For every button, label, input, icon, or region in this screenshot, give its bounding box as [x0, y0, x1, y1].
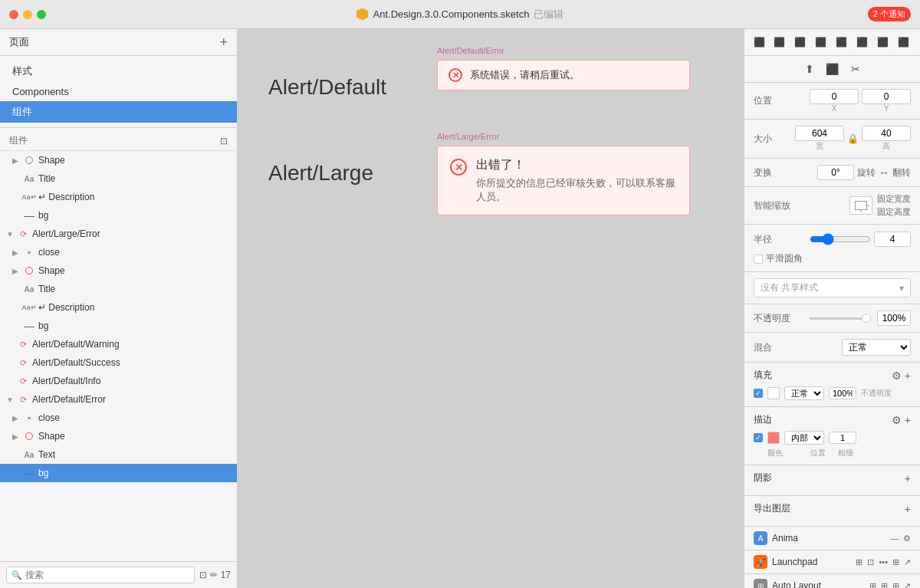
auto-layout-btn3[interactable]: ⊞: [892, 581, 899, 589]
stroke-color-swatch[interactable]: [767, 432, 780, 444]
radius-label: 半径: [754, 233, 772, 246]
auto-layout-btn1[interactable]: ⊞: [869, 581, 876, 589]
auto-layout-btn4[interactable]: ↗: [904, 581, 911, 589]
align-bottom-icon[interactable]: ⬛: [853, 34, 870, 51]
rotation-input[interactable]: [817, 165, 854, 180]
tree-item-text3[interactable]: ▶ Aa Text: [0, 445, 237, 464]
smart-scale-section: 智能缩放 固定宽度 固定高度: [744, 187, 920, 225]
stroke-position-select[interactable]: 内部 外部 居中: [784, 431, 824, 445]
transform-label: 变换: [754, 166, 772, 179]
distribute-h-icon[interactable]: ⬛: [874, 34, 891, 51]
tree-item-bg3[interactable]: ▶ — bg: [0, 464, 237, 482]
tree-item-alert-default-warning[interactable]: ▶ ⟳ Alert/Default/Warning: [0, 335, 237, 353]
sidebar-bottom-actions: ⊡ ✏ 17: [199, 570, 231, 580]
shadow-title-row: 阴影 +: [754, 471, 911, 485]
launchpad-btn5[interactable]: ↗: [904, 557, 911, 567]
h-label: 高: [882, 141, 890, 152]
size-w-input[interactable]: [795, 126, 844, 141]
search-input[interactable]: [25, 570, 189, 580]
plugin-anima[interactable]: A Anima — ⚙: [744, 527, 920, 550]
plugin-anima-left: A Anima: [754, 531, 798, 545]
tree-item-bg2[interactable]: ▶ — bg: [0, 317, 237, 335]
stroke-add-icon[interactable]: +: [905, 415, 911, 425]
align-right-icon[interactable]: ⬛: [792, 34, 809, 51]
opacity-label: 不透明度: [754, 312, 790, 325]
lock-icon[interactable]: 🔒: [847, 133, 859, 144]
tree-item-close1[interactable]: ▶ ▪ close: [0, 243, 237, 261]
opacity-slider[interactable]: [810, 317, 871, 320]
tree-item-close2[interactable]: ▶ ▪ close: [0, 409, 237, 427]
alert-default-text: 系统错误，请稍后重试。: [470, 68, 580, 82]
flip-icon[interactable]: ↔: [879, 166, 889, 179]
position-y-input[interactable]: [862, 89, 911, 104]
tree-item-alert-large-error[interactable]: ▼ ⟳ Alert/Large/Error: [0, 225, 237, 243]
launchpad-icon: 🚀: [754, 555, 767, 569]
launchpad-btn4[interactable]: ⊞: [892, 557, 899, 567]
align-top-icon[interactable]: ⬛: [813, 34, 830, 51]
size-h-input[interactable]: [862, 126, 911, 141]
radius-slider[interactable]: [810, 231, 871, 248]
distribute-v-icon[interactable]: ⬛: [895, 34, 912, 51]
close-button[interactable]: [9, 10, 18, 19]
stroke-checkbox[interactable]: ✓: [754, 433, 763, 442]
align-center-icon[interactable]: ⬛: [771, 34, 788, 51]
tree-item-title1[interactable]: ▶ Aa Title: [0, 169, 237, 188]
fill-color-swatch[interactable]: [767, 387, 780, 399]
tree-item-title2[interactable]: ▶ Aa Title: [0, 280, 237, 298]
radius-value-input[interactable]: [874, 232, 911, 247]
stroke-pos-label: 位置: [810, 448, 826, 458]
align-left-icon[interactable]: ⬛: [751, 34, 767, 51]
position-x-input[interactable]: [810, 89, 859, 104]
notification-badge[interactable]: 2 个通知: [868, 7, 911, 21]
page-item-zujian[interactable]: 组件: [0, 101, 237, 123]
fill-checkbox[interactable]: ✓: [754, 389, 763, 398]
alert-large-title: 出错了！: [476, 157, 677, 173]
anima-settings-btn[interactable]: ⚙: [903, 534, 911, 544]
minimize-button[interactable]: [23, 10, 32, 19]
launchpad-btn2[interactable]: ⊡: [867, 557, 874, 567]
page-item-components[interactable]: Components: [0, 82, 237, 101]
fill-add-icon[interactable]: +: [905, 370, 911, 381]
right-panel-toolbar: ⬛ ⬛ ⬛ ⬛ ⬛ ⬛ ⬛ ⬛: [744, 29, 920, 56]
launchpad-btn3[interactable]: •••: [879, 557, 888, 567]
bg-dash-icon: —: [23, 209, 35, 222]
fill-opacity-input[interactable]: [829, 387, 856, 399]
fill-blend-select[interactable]: 正常: [784, 386, 824, 400]
stroke-width-input[interactable]: [829, 432, 856, 444]
tree-item-alert-default-error[interactable]: ▼ ⟳ Alert/Default/Error: [0, 390, 237, 409]
edit-pencil-icon[interactable]: ✏: [210, 570, 218, 580]
plugin-auto-layout[interactable]: ⊞ Auto Layout ⊞ ⊞ ⊞ ↗: [744, 574, 920, 588]
export-layer-add-icon[interactable]: +: [905, 504, 911, 514]
tree-item-shape-top[interactable]: ▶ Shape: [0, 151, 237, 169]
auto-layout-btn2[interactable]: ⊞: [881, 581, 888, 589]
tree-item-alert-default-success[interactable]: ▶ ⟳ Alert/Default/Success: [0, 353, 237, 372]
stroke-settings-icon[interactable]: ⚙: [892, 415, 902, 425]
maximize-button[interactable]: [37, 10, 46, 19]
shadow-add-icon[interactable]: +: [905, 473, 911, 484]
page-item-style[interactable]: 样式: [0, 61, 237, 82]
tree-item-bg1[interactable]: ▶ — bg: [0, 206, 237, 225]
export-crop-icon[interactable]: ✂: [846, 59, 866, 79]
blend-select[interactable]: 正常 正片叠底 滤色: [842, 339, 911, 356]
tree-item-shape3[interactable]: ▶ Shape: [0, 427, 237, 445]
shared-style-dropdown[interactable]: 没有 共享样式 ▾: [754, 278, 911, 297]
plugin-launchpad[interactable]: 🚀 Launchpad ⊞ ⊡ ••• ⊞ ↗: [744, 550, 920, 574]
launchpad-btn1[interactable]: ⊞: [856, 557, 863, 567]
copy-icon[interactable]: ⊡: [199, 570, 207, 580]
smooth-corner-checkbox[interactable]: [754, 255, 763, 264]
export-layers-icon[interactable]: ⬛: [823, 59, 843, 79]
anima-minus-btn[interactable]: —: [890, 534, 899, 543]
fill-actions: ⚙ +: [892, 370, 911, 381]
add-page-button[interactable]: +: [219, 35, 228, 49]
tree-item-alert-default-info[interactable]: ▶ ⟳ Alert/Default/Info: [0, 372, 237, 390]
tree-item-shape2[interactable]: ▶ Shape: [0, 261, 237, 280]
export-upload-icon[interactable]: ⬆: [800, 59, 820, 79]
canvas-label-large: Alert/Large: [268, 146, 406, 186]
transform-section: 变换 旋转 ↔ 翻转: [744, 159, 920, 187]
fill-settings-icon[interactable]: ⚙: [892, 370, 902, 381]
opacity-section: 不透明度: [744, 304, 920, 333]
tree-item-desc2[interactable]: ▶ Aa↵ ↵ Description: [0, 298, 237, 317]
align-middle-icon[interactable]: ⬛: [833, 34, 850, 51]
opacity-value-input[interactable]: [877, 310, 911, 326]
tree-item-desc1[interactable]: ▶ Aa↵ ↵ Description: [0, 188, 237, 206]
